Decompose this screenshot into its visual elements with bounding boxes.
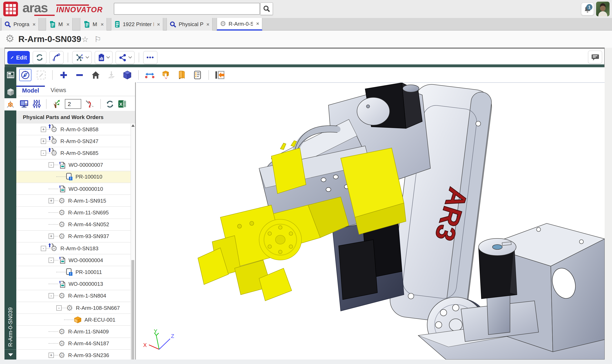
tab-mp001[interactable]: MP001 × — [80, 18, 107, 31]
problem-report-icon: ! — [66, 268, 73, 276]
tree-row-r-arm-1-sn804[interactable]: -⚙R-Arm-1-SN804 — [16, 290, 131, 302]
structure-panel: ModelViews X Physical Parts and Work Ord… — [16, 82, 136, 360]
tree-row-r-arm-93-sn937[interactable]: +⚙R-Arm-93-SN937 — [16, 231, 131, 243]
collapse-icon[interactable]: - — [49, 258, 54, 263]
zoom-out-button[interactable] — [73, 69, 86, 81]
tab-physical-parts[interactable]: Physical Parts × — [166, 18, 213, 31]
collapse-icon[interactable]: - — [56, 305, 62, 310]
tab-r-arm-0-sn039[interactable]: ⚙ R-Arm-0-SN039 × — [217, 18, 262, 31]
form-view-button[interactable] — [4, 69, 16, 81]
pan-orbit-button[interactable] — [19, 69, 31, 81]
notifications-button[interactable]: 1 — [581, 2, 594, 15]
collapse-icon[interactable]: - — [49, 293, 54, 299]
tree-row-r-arm-44-sn052[interactable]: ⚙R-Arm-44-SN052 — [16, 219, 131, 231]
collapse-icon[interactable]: - — [49, 162, 54, 168]
expand-tree-button[interactable] — [52, 99, 61, 108]
tab-1922-printer-mo-[interactable]: 1922 Printer Mo... × — [111, 18, 163, 31]
tree-depth-input[interactable] — [65, 99, 81, 109]
reports-dropdown-button[interactable] — [95, 51, 113, 64]
toolbar-accent-band — [5, 65, 604, 67]
tree-row-r-arm-93-sn236[interactable]: +⚙R-Arm-93-SN236 — [16, 350, 131, 360]
tree-row-wo-00000007[interactable]: -WO-00000007 — [16, 159, 131, 171]
markup-button[interactable] — [35, 69, 47, 81]
tree-row-pr-100010[interactable]: !PR-100010 — [16, 171, 131, 183]
share-dropdown-button[interactable] — [115, 51, 135, 64]
expand-icon[interactable]: + — [49, 234, 54, 239]
strip-collapse-button[interactable] — [4, 349, 16, 360]
expand-icon[interactable]: + — [49, 353, 54, 358]
comments-button[interactable] — [588, 51, 602, 64]
refresh-tree-button[interactable] — [106, 100, 114, 108]
section-button[interactable] — [176, 69, 188, 81]
promote-button[interactable] — [49, 51, 64, 64]
collapse-tree-button[interactable] — [85, 100, 95, 108]
panel-tab-model[interactable]: Model — [16, 86, 45, 96]
edit-button[interactable]: Edit — [7, 51, 30, 64]
tab-programs[interactable]: Programs × — [1, 18, 39, 31]
home-view-button[interactable] — [89, 69, 102, 81]
3d-model-robot-arm[interactable]: AR3 — [137, 83, 605, 360]
close-panel-button[interactable] — [214, 69, 226, 81]
app-launcher-icon[interactable] — [3, 2, 18, 16]
viewer-toolbar — [16, 67, 605, 82]
tree-row-r-arm-0-sn685[interactable]: -⚙R-Arm-0-SN685 — [16, 147, 131, 159]
zoom-in-button[interactable] — [57, 69, 70, 81]
expand-icon[interactable]: + — [41, 127, 46, 132]
tab-close-icon[interactable]: × — [256, 21, 259, 26]
export-excel-button[interactable]: X — [118, 100, 126, 108]
collapse-icon[interactable]: - — [41, 150, 46, 156]
tree-row-r-arm-0-sn247[interactable]: +⚙R-Arm-0-SN247 — [16, 135, 131, 147]
tree-scrollbar[interactable] — [131, 124, 134, 360]
tree-row-r-arm-0-sn858[interactable]: +⚙R-Arm-0-SN858 — [16, 124, 131, 135]
expand-icon[interactable]: + — [41, 139, 46, 144]
favorite-star-icon[interactable]: ☆ — [82, 35, 89, 44]
scroll-up-arrow-icon[interactable] — [131, 124, 135, 127]
tab-mp002[interactable]: MP002 × — [46, 18, 73, 31]
tab-close-icon[interactable]: × — [206, 21, 209, 27]
notes-button[interactable] — [191, 69, 204, 81]
global-search-input[interactable] — [114, 3, 260, 15]
follow-flag-icon[interactable]: ⚐ — [94, 35, 101, 44]
tree-row-r-arm-0-sn183[interactable]: -⚙R-Arm-0-SN183 — [16, 243, 131, 254]
collapse-icon[interactable]: - — [41, 246, 46, 251]
tree-row-pr-100011[interactable]: !PR-100011 — [16, 266, 131, 278]
display-settings-button[interactable] — [20, 100, 28, 108]
refresh-button[interactable] — [33, 51, 46, 64]
panel-tab-views[interactable]: Views — [45, 86, 72, 96]
bottom-band — [0, 360, 612, 364]
search-icon — [4, 21, 11, 27]
tree-row-wo-00000010[interactable]: WO-00000010 — [16, 183, 131, 195]
more-actions-button[interactable]: ••• — [143, 51, 158, 64]
version-arrows-icon — [48, 147, 54, 153]
tree-row-ar-ecu-001[interactable]: AR-ECU-001 — [16, 314, 131, 326]
search-button[interactable] — [260, 2, 273, 15]
measure-button[interactable] — [144, 69, 156, 81]
tree-row-r-arm-1-sn915[interactable]: +⚙R-Arm-1-SN915 — [16, 195, 131, 207]
3d-viewport[interactable]: AR3 — [137, 82, 605, 360]
expand-icon[interactable]: + — [49, 198, 54, 203]
explode-button[interactable] — [160, 69, 172, 81]
app-window: aras INNOVATOR 1 Programs × MP002 — [0, 0, 612, 364]
tree-row-wo-00000004[interactable]: -WO-00000004 — [16, 254, 131, 266]
tree-row-r-arm-11-sn409[interactable]: ⚙R-Arm-11-SN409 — [16, 326, 131, 338]
tab-close-icon[interactable]: × — [157, 21, 160, 27]
tree-row-r-arm-44-sn187[interactable]: ⚙R-Arm-44-SN187 — [16, 338, 131, 350]
model-view-button[interactable] — [4, 98, 16, 110]
logo-underline — [34, 15, 55, 16]
user-avatar[interactable] — [596, 2, 610, 16]
tree-row-r-arm-108-sn667[interactable]: -⚙R-Arm-108-SN667 — [16, 302, 131, 314]
tree-row-wo-00000013[interactable]: WO-00000013 — [16, 278, 131, 290]
axis-triad: X Y Z — [143, 328, 174, 349]
cad-view-button[interactable] — [4, 86, 16, 98]
view-cube-button[interactable] — [121, 69, 133, 81]
tree-row-r-arm-11-sn695[interactable]: ⚙R-Arm-11-SN695 — [16, 207, 131, 219]
import-view-button[interactable] — [105, 69, 118, 81]
structure-dropdown-button[interactable] — [72, 51, 92, 64]
tab-close-icon[interactable]: × — [67, 21, 69, 27]
filters-button[interactable] — [33, 99, 41, 108]
tab-close-icon[interactable]: × — [101, 21, 104, 27]
pencil-icon — [10, 54, 14, 60]
toolbar-divider — [208, 70, 209, 80]
scrollbar-thumb[interactable] — [131, 260, 134, 360]
tab-close-icon[interactable]: × — [33, 21, 36, 27]
